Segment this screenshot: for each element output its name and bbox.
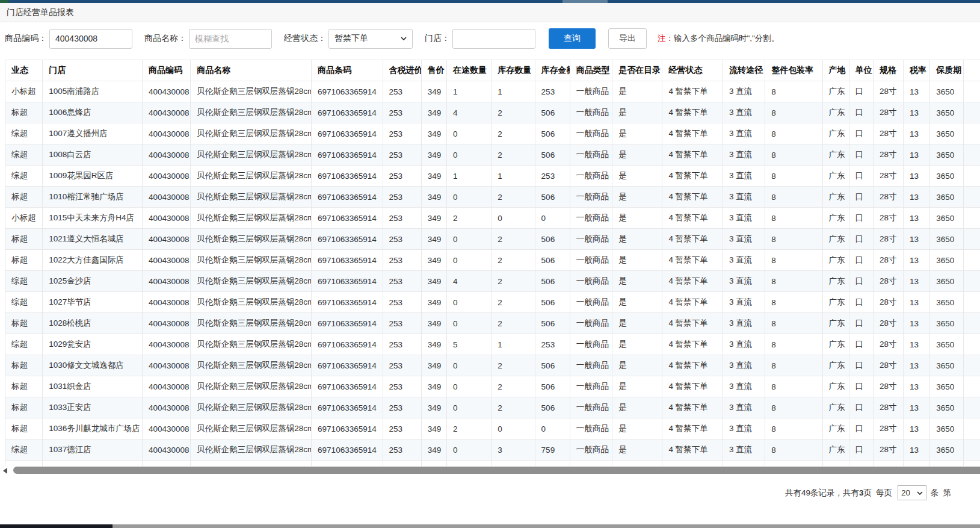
table-cell: 1030修文文城逸都店 <box>43 355 143 376</box>
table-cell: 6971063365914 <box>312 461 383 467</box>
table-cell: 400430008 <box>142 102 190 123</box>
table-cell: 3 直流 <box>723 334 765 355</box>
table-cell: 口 <box>849 123 873 144</box>
table-cell: 一般商品 <box>570 250 612 271</box>
table-cell: 口 <box>849 166 873 187</box>
table-row: 标超1028松桃店400430008贝伦斯企鹅三层钢双层蒸锅28cm697106… <box>5 313 980 334</box>
table-cell: 28寸 <box>873 81 903 102</box>
column-header: 是否在目录 <box>612 60 662 81</box>
table-cell: 标超 <box>5 102 43 123</box>
table-cell: 4 暂禁下单 <box>662 418 723 439</box>
export-button[interactable]: 导出 <box>608 28 647 49</box>
table-cell: 贝伦斯企鹅三层钢双层蒸锅28cm <box>191 271 312 292</box>
table-cell: 349 <box>421 376 446 397</box>
table-cell: 349 <box>421 144 446 166</box>
table-cell: 口 <box>849 250 873 271</box>
table-cell: 506 <box>535 123 570 144</box>
table-cell-clipped <box>964 461 980 467</box>
table-cell: 0 <box>535 208 570 229</box>
table-cell: 400430008 <box>142 229 190 250</box>
table-cell: 4 <box>447 102 492 123</box>
table-cell: 广东 <box>822 334 849 355</box>
table-row: 标超1031织金店400430008贝伦斯企鹅三层钢双层蒸锅28cm697106… <box>5 376 980 397</box>
table-cell: 1010榕江常驰广场店 <box>43 187 143 208</box>
table-cell: 6971063365914 <box>312 376 383 397</box>
table-cell: 1028松桃店 <box>43 313 143 334</box>
chevron-down-icon <box>401 37 407 40</box>
table-cell: 是 <box>612 461 662 467</box>
table-cell: 8 <box>765 102 822 123</box>
table-cell: 1037德江店 <box>43 439 143 461</box>
table-cell: 口 <box>849 208 873 229</box>
operation-status-select[interactable]: 暂禁下单 <box>328 29 413 49</box>
store-input[interactable] <box>452 29 535 49</box>
table-cell: 28寸 <box>873 313 903 334</box>
bottom-edge-bar <box>0 524 980 528</box>
table-cell: 0 <box>447 229 492 250</box>
table-cell: 6971063365914 <box>312 250 383 271</box>
table-cell: 349 <box>421 292 446 313</box>
table-cell: 3650 <box>930 461 964 467</box>
table-cell: 广东 <box>822 355 849 376</box>
table-cell: 综超 <box>5 123 43 144</box>
table-cell: 标超 <box>5 376 43 397</box>
product-code-label: 商品编码： <box>5 33 47 44</box>
table-cell: 3 直流 <box>723 102 765 123</box>
table-cell: 253 <box>535 334 570 355</box>
table-cell: 4 暂禁下单 <box>662 334 723 355</box>
table-cell: 贝伦斯企鹅三层钢双层蒸锅28cm <box>191 292 312 313</box>
table-row: 标超1021遵义大恒名城店400430008贝伦斯企鹅三层钢双层蒸锅28cm69… <box>5 229 980 250</box>
table-cell: 贝伦斯企鹅三层钢双层蒸锅28cm <box>191 418 312 439</box>
table-cell-clipped <box>964 397 980 418</box>
page-label: 第 <box>943 488 952 498</box>
table-cell: 253 <box>383 418 421 439</box>
table-cell: 8 <box>765 187 822 208</box>
table-cell: 5 <box>447 334 492 355</box>
scroll-left-arrow-icon[interactable] <box>3 468 7 474</box>
horizontal-scrollbar[interactable] <box>0 466 980 476</box>
product-name-label: 商品名称： <box>144 33 186 44</box>
table-cell: 3650 <box>930 439 964 461</box>
table-cell: 2 <box>492 292 535 313</box>
top-edge-light-segment <box>562 0 608 3</box>
table-row: 综超1008白云店400430008贝伦斯企鹅三层钢双层蒸锅28cm697106… <box>5 144 980 166</box>
product-code-input[interactable] <box>49 29 132 49</box>
table-cell: 0 <box>447 439 492 461</box>
table-cell: 8 <box>765 81 822 102</box>
per-page-select[interactable]: 20 <box>898 485 926 500</box>
table-cell: 349 <box>421 334 446 355</box>
table-cell: 13 <box>904 166 930 187</box>
note-prefix: 注： <box>658 34 674 43</box>
note-text: 输入多个商品编码时","分割。 <box>674 34 779 43</box>
product-name-input[interactable] <box>189 29 272 49</box>
table-cell: 8 <box>765 376 822 397</box>
table-cell: 2 <box>492 355 535 376</box>
table-cell: 3 直流 <box>723 376 765 397</box>
table-cell: 口 <box>849 461 873 467</box>
table-cell: 广东 <box>822 292 849 313</box>
table-cell: 2 <box>492 144 535 166</box>
table-cell: 0 <box>447 376 492 397</box>
table-body: 小标超1005南浦路店400430008贝伦斯企鹅三层钢双层蒸锅28cm6971… <box>5 81 980 467</box>
table-cell: 400430008 <box>142 418 190 439</box>
table-cell: 28寸 <box>873 397 903 418</box>
table-cell: 是 <box>612 271 662 292</box>
table-cell: 贝伦斯企鹅三层钢双层蒸锅28cm <box>191 334 312 355</box>
table-cell: 28寸 <box>873 461 903 467</box>
scrollbar-thumb[interactable] <box>13 467 980 474</box>
table-cell: 400430008 <box>142 355 190 376</box>
table-cell: 13 <box>904 418 930 439</box>
search-button[interactable]: 查询 <box>549 28 596 49</box>
table-cell: 广东 <box>822 81 849 102</box>
table-cell-clipped <box>964 102 980 123</box>
table-cell: 253 <box>383 461 421 467</box>
table-cell: 是 <box>612 376 662 397</box>
table-cell: 3650 <box>930 313 964 334</box>
table-cell: 0 <box>492 208 535 229</box>
table-cell: 口 <box>849 187 873 208</box>
table-cell: 3650 <box>930 102 964 123</box>
table-cell: 253 <box>383 355 421 376</box>
table-cell: 3 直流 <box>723 461 765 467</box>
table-cell: 小标超 <box>5 208 43 229</box>
table-cell: 6971063365914 <box>312 313 383 334</box>
